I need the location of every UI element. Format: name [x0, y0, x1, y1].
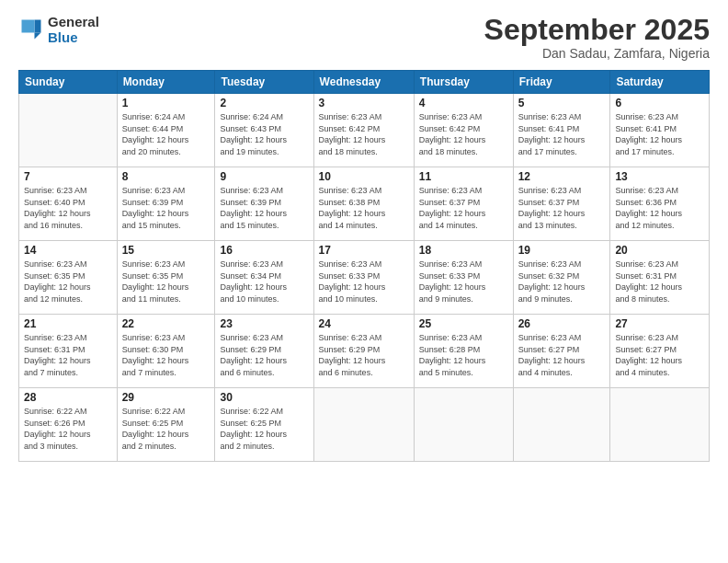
day-cell: 29Sunrise: 6:22 AMSunset: 6:25 PMDayligh… [117, 388, 215, 462]
day-number: 27 [615, 317, 704, 330]
day-cell: 15Sunrise: 6:23 AMSunset: 6:35 PMDayligh… [117, 241, 215, 315]
day-info: Sunrise: 6:24 AMSunset: 6:44 PMDaylight:… [122, 111, 210, 157]
day-cell: 14Sunrise: 6:23 AMSunset: 6:35 PMDayligh… [19, 241, 118, 315]
day-cell: 16Sunrise: 6:23 AMSunset: 6:34 PMDayligh… [215, 241, 313, 315]
day-cell: 26Sunrise: 6:23 AMSunset: 6:27 PMDayligh… [513, 315, 610, 388]
week-row-4: 28Sunrise: 6:22 AMSunset: 6:26 PMDayligh… [19, 388, 710, 462]
day-number: 11 [419, 170, 508, 183]
day-cell [414, 388, 513, 462]
day-info: Sunrise: 6:23 AMSunset: 6:39 PMDaylight:… [122, 185, 210, 231]
day-info: Sunrise: 6:23 AMSunset: 6:29 PMDaylight:… [220, 332, 308, 378]
day-cell: 9Sunrise: 6:23 AMSunset: 6:39 PMDaylight… [215, 167, 313, 241]
day-info: Sunrise: 6:23 AMSunset: 6:34 PMDaylight:… [220, 259, 308, 304]
day-cell: 28Sunrise: 6:22 AMSunset: 6:26 PMDayligh… [19, 388, 118, 462]
day-number: 6 [615, 97, 704, 109]
day-number: 13 [615, 170, 704, 183]
logo-icon [18, 17, 44, 42]
day-info: Sunrise: 6:23 AMSunset: 6:41 PMDaylight:… [518, 111, 606, 157]
day-cell: 8Sunrise: 6:23 AMSunset: 6:39 PMDaylight… [117, 167, 215, 241]
day-cell: 6Sunrise: 6:23 AMSunset: 6:41 PMDaylight… [610, 94, 710, 167]
day-number: 15 [122, 244, 210, 257]
header: General Blue September 2025 Dan Sadau, Z… [18, 14, 710, 61]
day-info: Sunrise: 6:23 AMSunset: 6:40 PMDaylight:… [24, 185, 112, 231]
day-cell: 17Sunrise: 6:23 AMSunset: 6:33 PMDayligh… [313, 241, 414, 315]
day-info: Sunrise: 6:24 AMSunset: 6:43 PMDaylight:… [220, 111, 308, 157]
day-number: 28 [24, 391, 112, 404]
day-info: Sunrise: 6:23 AMSunset: 6:39 PMDaylight:… [220, 185, 308, 231]
day-cell: 19Sunrise: 6:23 AMSunset: 6:32 PMDayligh… [513, 241, 610, 315]
day-cell: 13Sunrise: 6:23 AMSunset: 6:36 PMDayligh… [610, 167, 710, 241]
day-info: Sunrise: 6:23 AMSunset: 6:30 PMDaylight:… [122, 332, 210, 378]
title-block: September 2025 Dan Sadau, Zamfara, Niger… [484, 14, 710, 61]
day-number: 21 [24, 317, 112, 330]
col-mon: Monday [117, 71, 215, 94]
day-cell: 11Sunrise: 6:23 AMSunset: 6:37 PMDayligh… [414, 167, 513, 241]
col-thu: Thursday [414, 71, 513, 94]
day-cell: 22Sunrise: 6:23 AMSunset: 6:30 PMDayligh… [117, 315, 215, 388]
day-cell: 3Sunrise: 6:23 AMSunset: 6:42 PMDaylight… [313, 94, 414, 167]
day-cell: 7Sunrise: 6:23 AMSunset: 6:40 PMDaylight… [19, 167, 118, 241]
day-cell: 10Sunrise: 6:23 AMSunset: 6:38 PMDayligh… [313, 167, 414, 241]
page: General Blue September 2025 Dan Sadau, Z… [0, 0, 728, 563]
col-sun: Sunday [19, 71, 118, 94]
day-info: Sunrise: 6:23 AMSunset: 6:35 PMDaylight:… [122, 259, 210, 304]
day-cell: 1Sunrise: 6:24 AMSunset: 6:44 PMDaylight… [117, 94, 215, 167]
logo-text: General Blue [48, 14, 99, 45]
day-cell: 4Sunrise: 6:23 AMSunset: 6:42 PMDaylight… [414, 94, 513, 167]
day-info: Sunrise: 6:23 AMSunset: 6:36 PMDaylight:… [615, 185, 704, 231]
day-number: 5 [518, 97, 606, 109]
week-row-0: 1Sunrise: 6:24 AMSunset: 6:44 PMDaylight… [19, 94, 710, 167]
day-number: 12 [518, 170, 606, 183]
day-cell [19, 94, 118, 167]
day-number: 26 [518, 317, 606, 330]
day-number: 22 [122, 317, 210, 330]
svg-marker-2 [22, 20, 35, 33]
week-row-2: 14Sunrise: 6:23 AMSunset: 6:35 PMDayligh… [19, 241, 710, 315]
day-number: 30 [220, 391, 308, 404]
day-number: 29 [122, 391, 210, 404]
day-number: 3 [319, 97, 409, 109]
day-number: 19 [518, 244, 606, 257]
day-number: 2 [220, 97, 308, 109]
calendar: Sunday Monday Tuesday Wednesday Thursday… [18, 70, 710, 462]
day-cell [313, 388, 414, 462]
col-tue: Tuesday [215, 71, 313, 94]
day-info: Sunrise: 6:23 AMSunset: 6:42 PMDaylight:… [419, 111, 508, 157]
month-title: September 2025 [484, 14, 710, 46]
day-cell: 12Sunrise: 6:23 AMSunset: 6:37 PMDayligh… [513, 167, 610, 241]
day-number: 1 [122, 97, 210, 109]
day-info: Sunrise: 6:23 AMSunset: 6:29 PMDaylight:… [319, 332, 409, 378]
day-cell: 27Sunrise: 6:23 AMSunset: 6:27 PMDayligh… [610, 315, 710, 388]
day-info: Sunrise: 6:23 AMSunset: 6:38 PMDaylight:… [319, 185, 409, 231]
day-cell: 25Sunrise: 6:23 AMSunset: 6:28 PMDayligh… [414, 315, 513, 388]
week-row-1: 7Sunrise: 6:23 AMSunset: 6:40 PMDaylight… [19, 167, 710, 241]
day-info: Sunrise: 6:23 AMSunset: 6:31 PMDaylight:… [615, 259, 704, 304]
day-number: 8 [122, 170, 210, 183]
day-info: Sunrise: 6:23 AMSunset: 6:33 PMDaylight:… [419, 259, 508, 304]
svg-marker-3 [35, 33, 41, 40]
subtitle: Dan Sadau, Zamfara, Nigeria [484, 46, 710, 61]
day-number: 25 [419, 317, 508, 330]
header-row: Sunday Monday Tuesday Wednesday Thursday… [19, 71, 710, 94]
day-info: Sunrise: 6:22 AMSunset: 6:26 PMDaylight:… [24, 406, 112, 452]
day-cell: 2Sunrise: 6:24 AMSunset: 6:43 PMDaylight… [215, 94, 313, 167]
day-cell: 18Sunrise: 6:23 AMSunset: 6:33 PMDayligh… [414, 241, 513, 315]
day-cell: 24Sunrise: 6:23 AMSunset: 6:29 PMDayligh… [313, 315, 414, 388]
day-cell: 21Sunrise: 6:23 AMSunset: 6:31 PMDayligh… [19, 315, 118, 388]
day-number: 9 [220, 170, 308, 183]
day-cell [610, 388, 710, 462]
day-info: Sunrise: 6:23 AMSunset: 6:33 PMDaylight:… [319, 259, 409, 304]
col-wed: Wednesday [313, 71, 414, 94]
logo: General Blue [18, 14, 99, 45]
day-info: Sunrise: 6:22 AMSunset: 6:25 PMDaylight:… [220, 406, 308, 452]
col-fri: Friday [513, 71, 610, 94]
day-cell: 20Sunrise: 6:23 AMSunset: 6:31 PMDayligh… [610, 241, 710, 315]
day-info: Sunrise: 6:23 AMSunset: 6:37 PMDaylight:… [518, 185, 606, 231]
day-info: Sunrise: 6:23 AMSunset: 6:27 PMDaylight:… [615, 332, 704, 378]
day-cell: 23Sunrise: 6:23 AMSunset: 6:29 PMDayligh… [215, 315, 313, 388]
day-cell [513, 388, 610, 462]
day-info: Sunrise: 6:23 AMSunset: 6:28 PMDaylight:… [419, 332, 508, 378]
day-number: 24 [319, 317, 409, 330]
day-number: 20 [615, 244, 704, 257]
day-number: 16 [220, 244, 308, 257]
